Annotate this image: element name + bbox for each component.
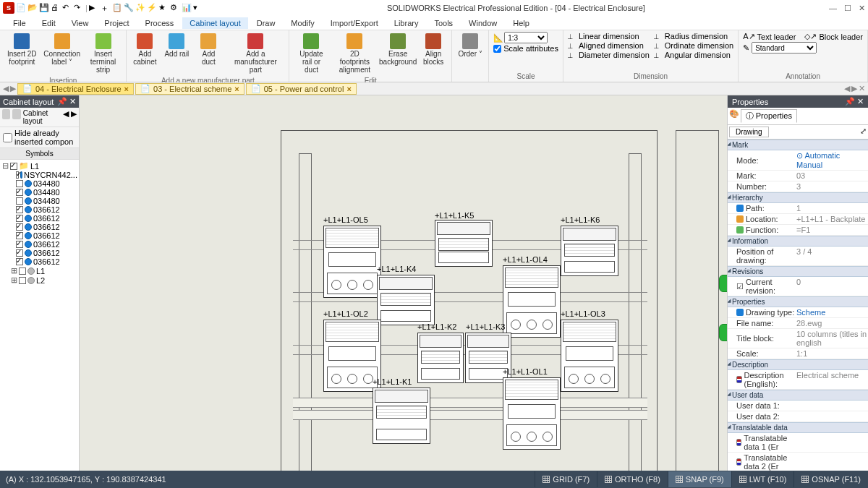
tree-row[interactable]: ⊞L2 <box>1 275 77 285</box>
ribbon-button[interactable]: Insert terminal strip <box>85 32 122 75</box>
tree-checkbox[interactable] <box>16 258 23 265</box>
dimension-button[interactable]: Angular dimension <box>665 51 731 59</box>
tab-close-icon[interactable]: × <box>124 85 129 93</box>
property-row[interactable]: Description (English):Electrical scheme <box>728 370 868 390</box>
status-toggle[interactable]: SNAP (F9) <box>668 471 731 487</box>
menu-edit[interactable]: Edit <box>35 17 63 29</box>
tree-checkbox[interactable] <box>16 180 23 187</box>
undo-icon[interactable]: ↶ <box>62 3 72 13</box>
property-row[interactable]: User data 1: <box>728 401 868 411</box>
property-row[interactable]: Drawing type:Scheme <box>728 307 868 318</box>
tree-checkbox[interactable] <box>16 223 23 231</box>
menu-import/export[interactable]: Import/Export <box>323 17 386 29</box>
menu-tools[interactable]: Tools <box>427 17 460 29</box>
menu-project[interactable]: Project <box>97 17 136 29</box>
tab-scroll-right-icon[interactable]: ▶ <box>851 84 857 93</box>
tree-toggle-icon[interactable]: ⊞ <box>10 275 17 285</box>
tab-prev-icon[interactable]: ◀ <box>3 84 9 93</box>
redo-icon[interactable]: ↷ <box>74 3 84 13</box>
menu-file[interactable]: File <box>6 17 33 29</box>
dimension-button[interactable]: Aligned dimension <box>579 41 644 50</box>
ribbon-button[interactable]: Connection label ˅ <box>44 32 80 67</box>
doc-tab[interactable]: 📄04 - Electrical Enclosure× <box>17 83 134 95</box>
scale-attributes-checkbox[interactable] <box>493 45 501 53</box>
print-icon[interactable]: 🖨 <box>51 3 61 13</box>
nav-left-icon[interactable]: ◀ <box>63 109 69 125</box>
tab-close-icon[interactable]: ✕ <box>859 84 865 93</box>
menu-library[interactable]: Library <box>387 17 426 29</box>
property-row[interactable]: ☑Current revision:0 <box>728 277 868 296</box>
status-toggle[interactable]: OSNAP (F11) <box>793 471 868 487</box>
tree-toggle-icon[interactable]: ⊟ <box>1 161 9 171</box>
menu-view[interactable]: View <box>64 17 96 29</box>
tab-close-icon[interactable]: × <box>346 85 351 93</box>
ribbon-button[interactable]: 2D footprints alignment <box>333 32 377 75</box>
pin-icon[interactable]: 📌 <box>845 97 855 106</box>
status-toggle[interactable]: LWT (F10) <box>731 471 794 487</box>
properties-tab[interactable]: ⓘ Properties <box>741 109 797 123</box>
component-K5[interactable] <box>435 220 493 267</box>
dimension-button[interactable]: Linear dimension <box>579 32 639 40</box>
component-K6[interactable] <box>561 226 618 276</box>
property-section-header[interactable]: Information <box>728 236 868 247</box>
ribbon-button[interactable]: Add rail <box>163 32 190 59</box>
tree-checkbox[interactable] <box>16 171 19 179</box>
tree-row[interactable]: 036612 <box>1 214 77 223</box>
ribbon-button[interactable]: Add a manufacturer part <box>226 32 284 75</box>
tree-row[interactable]: 036612 <box>1 205 77 214</box>
block-leader-button[interactable]: Block leader <box>819 33 863 41</box>
star-icon[interactable]: ★ <box>158 3 169 13</box>
tree-row[interactable]: 036612 <box>1 231 77 240</box>
gear-icon[interactable]: ⚙ <box>170 3 180 13</box>
tab-scroll-left-icon[interactable]: ◀ <box>844 84 850 93</box>
tree-row[interactable]: 034480 <box>1 197 77 205</box>
arrow-icon[interactable] <box>2 109 10 119</box>
property-row[interactable]: Scale:1:1 <box>728 348 868 359</box>
tree-checkbox[interactable] <box>16 249 23 257</box>
tree-checkbox[interactable] <box>19 267 26 275</box>
ribbon-button[interactable]: Insert 2D footprint <box>4 32 40 67</box>
expand-icon[interactable]: ⤢ <box>860 127 867 136</box>
doc-tab[interactable]: 📄03 - Electrical scheme× <box>135 83 244 95</box>
drawing-canvas[interactable]: +L1+L1-OL5+L1+L1-K5+L1+L1-K6+L1+L1-K4+L1… <box>80 95 727 471</box>
drawing-subtab[interactable]: Drawing <box>729 127 769 137</box>
status-toggle[interactable]: GRID (F7) <box>535 471 597 487</box>
component-OL1[interactable] <box>503 377 561 450</box>
scale-ratio-select[interactable]: 1:3 <box>504 32 548 43</box>
property-row[interactable]: Mode:⊙ Automatic Manual <box>728 150 868 171</box>
property-section-header[interactable]: Properties <box>728 296 868 307</box>
tree-row[interactable]: 036612 <box>1 240 77 249</box>
wizard-icon[interactable]: ✨ <box>135 3 145 13</box>
standard-select[interactable]: Standard <box>752 42 817 53</box>
menu-help[interactable]: Help <box>506 17 537 29</box>
ribbon-button[interactable]: Add duct <box>195 32 222 67</box>
property-row[interactable]: Location:+L1+L1 - Backplate <box>728 214 868 225</box>
property-row[interactable]: Title block:10 columns (titles in englis… <box>728 329 868 348</box>
ribbon-button[interactable]: Add cabinet <box>131 32 158 67</box>
tree-row[interactable]: 034480 <box>1 179 77 188</box>
tree-checkbox[interactable] <box>16 197 23 205</box>
save-icon[interactable]: 💾 <box>39 3 49 13</box>
property-row[interactable]: Translatable data 2 (Er <box>728 453 868 471</box>
component-K4[interactable] <box>377 275 435 325</box>
hide-inserted-checkbox[interactable] <box>3 133 12 142</box>
dimension-button[interactable]: Diameter dimension <box>579 51 650 59</box>
component-OL3[interactable] <box>561 320 618 392</box>
text-leader-button[interactable]: Text leader <box>757 33 796 41</box>
ribbon-button[interactable]: Update rail or duct <box>294 32 328 75</box>
plus-icon[interactable]: ＋ <box>101 3 111 13</box>
menu-cabinet-layout[interactable]: Cabinet layout <box>182 17 247 29</box>
green-handle-2[interactable] <box>719 324 727 341</box>
property-row[interactable]: Number:3 <box>728 181 868 192</box>
property-row[interactable]: Function:=F1 <box>728 225 868 236</box>
tree-checkbox[interactable] <box>19 277 26 284</box>
property-row[interactable]: Translatable data 1 (Er <box>728 433 868 453</box>
property-section-header[interactable]: Revisions <box>728 266 868 277</box>
property-row[interactable]: Position of drawing:3 / 4 <box>728 247 868 266</box>
dimension-button[interactable]: Ordinate dimension <box>665 41 733 50</box>
tree-checkbox[interactable] <box>16 215 23 222</box>
property-row[interactable]: File name:28.ewg <box>728 318 868 329</box>
tree-checkbox[interactable] <box>16 241 23 248</box>
tree-checkbox[interactable] <box>16 206 23 213</box>
open-icon[interactable]: 📂 <box>27 3 38 13</box>
